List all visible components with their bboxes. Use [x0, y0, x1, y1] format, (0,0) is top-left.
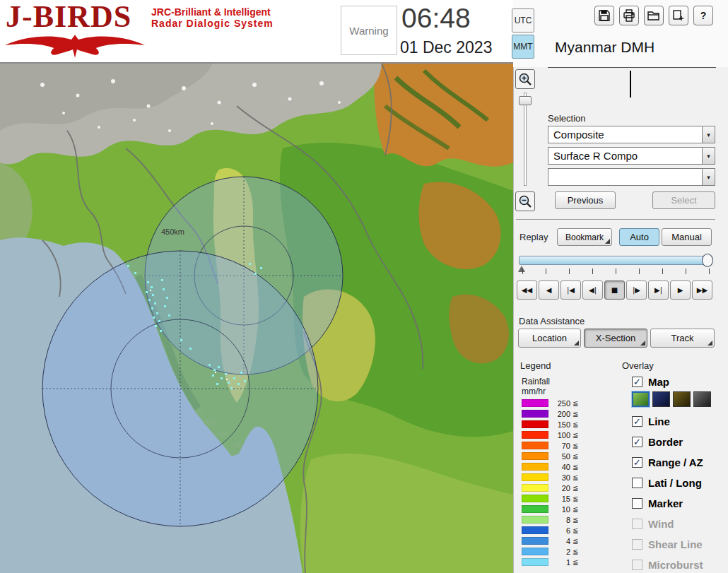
- transport-bar: ◀◀◀|◀◀|■|▶▶|▶▶▶: [517, 280, 712, 300]
- checkbox[interactable]: ✓: [632, 377, 642, 387]
- open-folder-icon[interactable]: [644, 6, 664, 25]
- xsection-button[interactable]: X-Section: [584, 329, 647, 348]
- chevron-down-icon[interactable]: ▾: [702, 169, 715, 185]
- selection-label: Selection: [548, 113, 585, 124]
- transport-button-5[interactable]: |▶: [626, 280, 647, 300]
- legend-suffix: ≦: [573, 473, 578, 481]
- legend-color-swatch: [522, 537, 548, 545]
- dropdown-value: Surface R Compo: [548, 148, 702, 164]
- transport-button-2[interactable]: |◀: [560, 280, 581, 300]
- checkbox[interactable]: ✓: [632, 416, 642, 427]
- checkbox[interactable]: ✓: [632, 437, 642, 447]
- legend-label: Legend: [520, 360, 551, 371]
- legend-row: 20≦: [522, 484, 578, 492]
- legend-row: 8≦: [522, 516, 578, 524]
- replay-timeline-slider[interactable]: [519, 256, 712, 265]
- map-style-terrain[interactable]: [632, 391, 650, 407]
- overlay-item-label: Lati / Long: [648, 477, 702, 489]
- overlay-item-microburst: Microburst: [632, 557, 728, 572]
- legend-suffix: ≦: [573, 558, 578, 566]
- map-style-olive[interactable]: [673, 391, 691, 407]
- export-icon[interactable]: [669, 6, 688, 25]
- checkbox: [632, 560, 642, 570]
- overlay-item-map[interactable]: ✓Map: [632, 374, 728, 389]
- zoom-in-button[interactable]: [515, 69, 535, 89]
- legend-color-swatch: [522, 473, 548, 481]
- legend-color-swatch: [522, 463, 548, 471]
- overlay-item-range-az[interactable]: ✓Range / AZ: [632, 454, 728, 470]
- legend-color-swatch: [522, 410, 548, 418]
- overlay-item-wind: Wind: [632, 516, 728, 531]
- panel-divider: [548, 67, 716, 68]
- print-icon[interactable]: [619, 6, 639, 25]
- help-icon[interactable]: ?: [693, 6, 713, 25]
- org-name: Myanmar DMH: [555, 39, 654, 56]
- warning-indicator: Warning: [341, 6, 397, 55]
- transport-button-7[interactable]: ▶: [670, 280, 691, 300]
- chevron-down-icon[interactable]: ▾: [702, 148, 715, 164]
- empty-dropdown[interactable]: ▾: [548, 168, 715, 186]
- legend-value: 200: [553, 410, 570, 418]
- overlay-item-marker[interactable]: Marker: [632, 495, 728, 511]
- legend-suffix: ≦: [573, 463, 578, 471]
- legend-value: 20: [553, 484, 570, 492]
- checkbox[interactable]: [632, 498, 642, 509]
- track-button[interactable]: Track: [650, 329, 715, 348]
- legend-suffix: ≦: [573, 526, 578, 534]
- legend-unit: mm/hr: [522, 386, 546, 396]
- manual-button[interactable]: Manual: [662, 228, 712, 246]
- overlay-item-lati-long[interactable]: Lati / Long: [632, 475, 728, 490]
- legend-color-swatch: [522, 442, 548, 449]
- zoom-slider[interactable]: [519, 93, 532, 186]
- svg-text:?: ?: [700, 10, 707, 21]
- transport-button-8[interactable]: ▶▶: [692, 280, 712, 300]
- transport-button-3[interactable]: ◀|: [582, 280, 603, 300]
- legend-suffix: ≦: [573, 410, 578, 418]
- overlay-item-border[interactable]: ✓Border: [632, 434, 728, 449]
- transport-button-6[interactable]: ▶|: [648, 280, 669, 300]
- legend-color-swatch: [522, 558, 548, 566]
- location-button[interactable]: Location: [518, 329, 581, 348]
- legend-color-swatch: [522, 420, 548, 428]
- logo-subtitle-line2: Radar Dialogic System: [151, 18, 286, 29]
- legend-suffix: ≦: [573, 431, 578, 439]
- legend-row: 15≦: [522, 495, 578, 502]
- previous-button[interactable]: Previous: [555, 191, 616, 209]
- checkbox[interactable]: [632, 478, 642, 488]
- control-panel: Selection Composite ▾ Surface R Compo ▾ …: [513, 67, 728, 573]
- map-style-navy[interactable]: [652, 391, 670, 407]
- overlay-item-label: Range / AZ: [648, 456, 703, 468]
- legend-suffix: ≦: [573, 548, 578, 555]
- mmt-button[interactable]: MMT: [512, 35, 534, 59]
- zoom-slider-thumb[interactable]: [519, 96, 532, 105]
- save-icon[interactable]: [594, 6, 614, 25]
- legend-suffix: ≦: [573, 420, 578, 428]
- header-right: ? Myanmar DMH: [513, 0, 728, 67]
- legend-value: 30: [553, 473, 570, 482]
- checkbox[interactable]: ✓: [632, 457, 642, 468]
- transport-button-1[interactable]: ◀: [539, 280, 559, 300]
- checkbox: [632, 519, 642, 529]
- utc-button[interactable]: UTC: [512, 8, 534, 33]
- product-dropdown[interactable]: Surface R Compo ▾: [548, 147, 715, 165]
- select-button[interactable]: Select: [652, 191, 715, 209]
- transport-button-4[interactable]: ■: [604, 280, 625, 300]
- map-style-dark[interactable]: [693, 391, 711, 407]
- legend-suffix: ≦: [573, 516, 578, 524]
- legend-value: 8: [553, 516, 570, 524]
- transport-button-0[interactable]: ◀◀: [517, 280, 537, 300]
- radar-map[interactable]: 450km: [0, 64, 513, 573]
- overlay-item-line[interactable]: ✓Line: [632, 413, 728, 429]
- checkbox: [632, 539, 642, 550]
- zoom-out-button[interactable]: [515, 191, 535, 211]
- auto-button[interactable]: Auto: [619, 228, 659, 246]
- clock-date: 01 Dec 2023: [400, 38, 492, 57]
- legend-row: 2≦: [522, 548, 578, 555]
- legend-color-swatch: [522, 452, 548, 460]
- zoom-slider-track[interactable]: [524, 93, 527, 186]
- timeline-thumb[interactable]: [702, 254, 713, 267]
- chevron-down-icon[interactable]: ▾: [702, 126, 715, 143]
- legend-row: 30≦: [522, 473, 578, 481]
- composite-dropdown[interactable]: Composite ▾: [548, 126, 715, 143]
- bookmark-button[interactable]: Bookmark: [557, 228, 612, 246]
